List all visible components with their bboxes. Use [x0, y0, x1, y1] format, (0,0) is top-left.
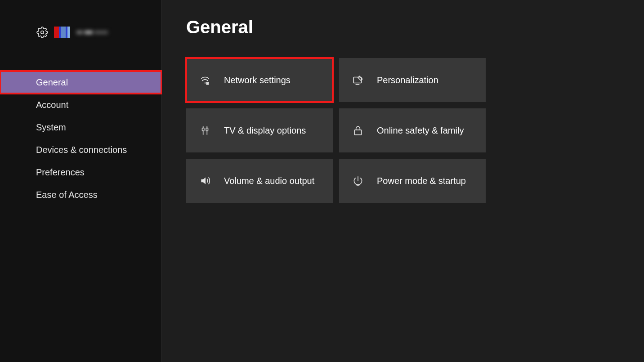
- sidebar-item-account[interactable]: Account: [0, 94, 161, 116]
- settings-tile-grid: Network settings Personalization TV & di…: [186, 58, 620, 203]
- gear-icon: [36, 26, 49, 39]
- power-icon: [352, 174, 364, 187]
- avatar: [54, 27, 70, 38]
- sidebar-item-label: Account: [36, 100, 68, 110]
- svg-point-1: [205, 82, 206, 84]
- sidebar-item-label: Devices & connections: [36, 145, 127, 155]
- sidebar-item-system[interactable]: System: [0, 116, 161, 139]
- sidebar-item-general[interactable]: General: [0, 71, 161, 94]
- profile-header: [0, 26, 161, 39]
- sidebar-item-label: Ease of Access: [36, 190, 98, 200]
- sidebar-item-label: General: [36, 77, 68, 88]
- svg-point-0: [41, 31, 44, 34]
- tile-label: TV & display options: [224, 125, 306, 136]
- tile-label: Personalization: [377, 75, 438, 85]
- lock-icon: [352, 124, 364, 137]
- tile-personalization[interactable]: Personalization: [339, 58, 486, 102]
- tile-online-safety[interactable]: Online safety & family: [339, 108, 486, 152]
- tile-display-options[interactable]: TV & display options: [186, 108, 333, 152]
- tile-label: Online safety & family: [377, 125, 464, 136]
- display-icon: [199, 124, 211, 137]
- svg-rect-4: [202, 128, 204, 131]
- settings-sidebar: General Account System Devices & connect…: [0, 0, 162, 362]
- sidebar-item-label: Preferences: [36, 167, 85, 178]
- network-icon: [199, 74, 211, 86]
- gamertag-redacted: [76, 31, 108, 34]
- tile-label: Power mode & startup: [377, 176, 466, 186]
- tile-label: Volume & audio output: [224, 176, 314, 186]
- svg-rect-5: [206, 128, 208, 131]
- tile-network-settings[interactable]: Network settings: [186, 58, 333, 102]
- audio-icon: [199, 174, 211, 187]
- main-panel: General Network settings Personalization…: [162, 0, 644, 362]
- sidebar-item-label: System: [36, 122, 66, 133]
- svg-rect-6: [354, 130, 361, 135]
- personal-icon: [352, 74, 364, 86]
- sidebar-item-preferences[interactable]: Preferences: [0, 161, 161, 183]
- tile-power-mode[interactable]: Power mode & startup: [339, 159, 486, 203]
- page-title: General: [186, 17, 620, 37]
- tile-label: Network settings: [224, 75, 291, 85]
- sidebar-item-ease-of-access[interactable]: Ease of Access: [0, 183, 161, 206]
- tile-volume-audio[interactable]: Volume & audio output: [186, 159, 333, 203]
- sidebar-item-devices[interactable]: Devices & connections: [0, 139, 161, 161]
